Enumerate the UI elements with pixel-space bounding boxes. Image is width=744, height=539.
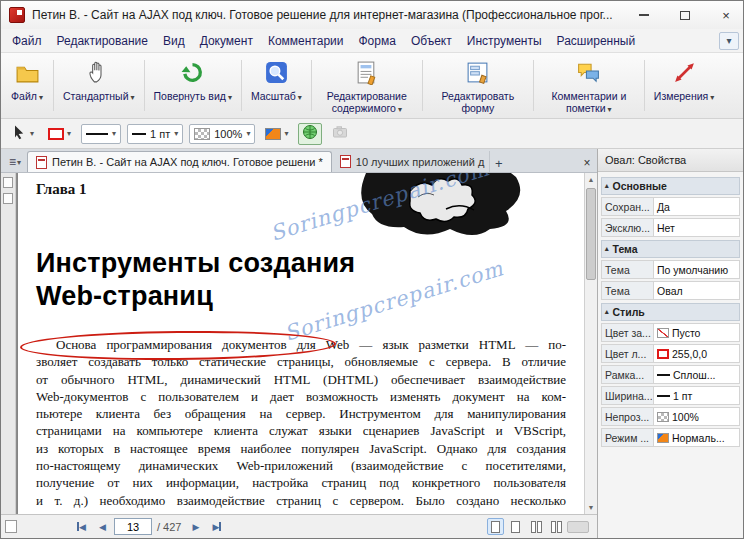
document-view[interactable]: Глава 1 Soringpcrepair.com Инструменты с…	[16, 173, 584, 514]
close-button[interactable]: ×	[709, 2, 743, 28]
thumbnails-pane-icon[interactable]	[3, 177, 13, 188]
bookmarks-pane-icon[interactable]	[3, 193, 13, 204]
edit-form-button[interactable]: Редактировать форму	[426, 55, 530, 116]
dropdown-arrow-icon: ▾	[228, 93, 232, 102]
edit-form-icon	[465, 60, 490, 88]
rotate-view-button[interactable]: Повернуть вид▾	[148, 55, 238, 116]
menu-item-form[interactable]: Форма	[351, 31, 402, 51]
menu-item-tools[interactable]: Инструменты	[460, 31, 549, 51]
document-page[interactable]: Глава 1 Soringpcrepair.com Инструменты с…	[18, 173, 584, 514]
menu-item-document[interactable]: Документ	[193, 31, 260, 51]
property-value[interactable]: Да	[654, 198, 739, 215]
property-value[interactable]: Нет	[654, 219, 739, 236]
horizontal-scrollbar[interactable]	[567, 521, 589, 533]
menu-item-view[interactable]: Вид	[156, 31, 192, 51]
opacity-checker-icon	[194, 128, 210, 140]
next-page-button[interactable]: ▶	[186, 518, 205, 536]
line-width-combo[interactable]: 1 пт ▾	[127, 124, 183, 144]
hand-tool-button[interactable]: Стандартный▾	[57, 55, 141, 116]
hand-icon	[86, 60, 111, 88]
scrollbar-thumb[interactable]	[586, 188, 596, 280]
app-icon	[9, 7, 25, 23]
solid-line-icon	[657, 374, 670, 376]
property-row-blend-mode: Режим ... Нормаль...	[601, 428, 740, 447]
file-toolbar-button[interactable]: Файл▾	[4, 55, 50, 116]
edit-content-button[interactable]: Редактирование содержимого▾	[315, 55, 419, 116]
line-style-combo[interactable]: ▾	[81, 124, 121, 144]
section-style[interactable]: ▴ Стиль	[601, 303, 740, 321]
properties-panel-header[interactable]: Овал: Свойства	[598, 149, 743, 172]
section-triangle-icon: ▴	[605, 182, 609, 190]
navigation-pane-strip	[1, 173, 16, 514]
dropdown-arrow-icon: ▾	[174, 129, 178, 138]
section-theme[interactable]: ▴ Тема	[601, 240, 740, 258]
dropdown-arrow-icon: ▾	[30, 129, 34, 138]
comments-button[interactable]: Комментарии и пометки▾	[537, 55, 641, 116]
scroll-up-icon[interactable]: ▲	[585, 173, 597, 186]
paragraph-line: от обычного HTML, динамический HTML (DHT…	[36, 371, 566, 388]
folder-icon	[15, 60, 40, 88]
dropdown-arrow-icon: ▾	[608, 105, 612, 114]
properties-panel-body: ▴ Основные Сохран... Да Эксклю... Нет ▴ …	[598, 172, 743, 538]
zoom-button[interactable]: Масштаб▾	[245, 55, 308, 116]
dropdown-arrow-icon: ▾	[131, 93, 135, 102]
property-value[interactable]: 255,0,0	[654, 345, 739, 362]
section-triangle-icon: ▴	[605, 308, 609, 316]
body-paragraph: Основа программирования документов для W…	[36, 336, 566, 509]
speech-bubbles-icon	[576, 60, 601, 88]
document-tab-bar: ≡▾ Петин В. - Сайт на AJAX под ключ. Гот…	[1, 149, 599, 173]
property-label: Цвет за...	[602, 324, 654, 341]
blend-mode-button[interactable]: ▾	[261, 123, 292, 145]
property-value[interactable]: Овал	[654, 282, 739, 299]
menu-overflow-chevron-icon[interactable]: ▾	[719, 32, 739, 50]
blend-mode-icon	[657, 433, 669, 443]
new-tab-button[interactable]: +	[490, 154, 508, 172]
two-page-continuous-layout-button[interactable]	[547, 518, 564, 535]
menu-item-file[interactable]: Файл	[5, 31, 49, 51]
page-number-input[interactable]	[114, 518, 152, 535]
property-label: Цвет л...	[602, 345, 654, 362]
menu-item-edit[interactable]: Редактирование	[50, 31, 155, 51]
property-row-border-style: Рамка... Сплош...	[601, 365, 740, 384]
format-toolbar: ▾ ▾ ▾ 1 пт ▾ 100% ▾ ▾	[1, 119, 743, 149]
scroll-down-icon[interactable]: ▼	[585, 501, 597, 514]
menu-item-object[interactable]: Объект	[404, 31, 459, 51]
vertical-scrollbar[interactable]: ▲ ▼	[584, 173, 597, 514]
globe-icon	[302, 124, 318, 143]
pdf-document-icon	[36, 156, 47, 169]
property-value[interactable]: 100%	[654, 408, 739, 425]
two-page-layout-button[interactable]	[527, 518, 544, 535]
menu-item-comments[interactable]: Комментарии	[261, 31, 351, 51]
property-value[interactable]: Сплош...	[654, 366, 739, 383]
property-value[interactable]: Пусто	[654, 324, 739, 341]
panel-title: Овал: Свойства	[605, 154, 686, 166]
minimize-button[interactable]	[627, 2, 661, 28]
tab-second-document[interactable]: 10 лучших приложений д	[332, 151, 490, 172]
maximize-button[interactable]	[668, 2, 702, 28]
status-bar: ◀ ◀ / 427 ▶ ▶	[1, 514, 599, 538]
opacity-combo[interactable]: 100% ▾	[189, 124, 255, 144]
property-value[interactable]: Нормаль...	[654, 429, 739, 446]
first-page-button[interactable]: ◀	[72, 518, 91, 536]
close-tab-button[interactable]: ×	[577, 154, 597, 172]
property-value[interactable]: По умолчанию	[654, 261, 739, 278]
line-color-swatch[interactable]: ▾	[44, 123, 75, 145]
last-page-button[interactable]: ▶	[207, 518, 226, 536]
select-tool-button[interactable]: ▾	[7, 123, 38, 145]
continuous-layout-button[interactable]	[507, 518, 524, 535]
dropdown-arrow-icon: ▾	[67, 129, 71, 138]
tab-list-icon[interactable]: ≡▾	[3, 152, 27, 172]
solid-line-icon	[86, 133, 108, 135]
snapshot-button[interactable]	[328, 123, 352, 145]
prev-page-button[interactable]: ◀	[93, 518, 112, 536]
options-page-icon[interactable]	[5, 520, 17, 533]
property-value[interactable]: 1 пт	[654, 387, 739, 404]
menu-item-advanced[interactable]: Расширенный	[550, 31, 643, 51]
property-label: Тема	[602, 282, 654, 299]
web-globe-button[interactable]	[298, 123, 322, 145]
section-basic[interactable]: ▴ Основные	[601, 177, 740, 195]
tab-active-document[interactable]: Петин В. - Сайт на AJAX под ключ. Готово…	[27, 151, 332, 172]
red-line-swatch-icon	[657, 349, 669, 359]
measure-button[interactable]: Измерения▾	[648, 55, 720, 116]
single-page-layout-button[interactable]	[487, 518, 504, 535]
